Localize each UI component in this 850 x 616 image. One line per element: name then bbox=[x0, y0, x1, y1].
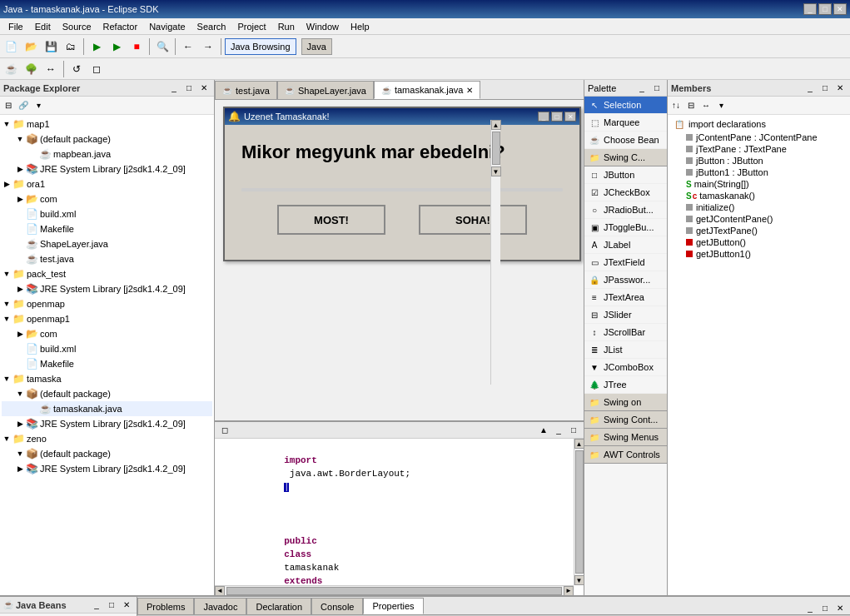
toggle-tamaska[interactable]: ▼ bbox=[2, 374, 12, 384]
tree-item-com[interactable]: ▶ 📂 com bbox=[2, 191, 212, 206]
editor-scroll-up[interactable]: ▲ bbox=[491, 120, 501, 130]
menu-window[interactable]: Window bbox=[301, 20, 344, 33]
code-editor-toggle[interactable]: ◻ bbox=[218, 424, 231, 437]
minimize-button[interactable]: _ bbox=[803, 3, 817, 15]
palette-swingmenus-group[interactable]: 📁 Swing Menus bbox=[584, 429, 667, 446]
scroll-down-arrow[interactable]: ▼ bbox=[574, 575, 584, 585]
tree-item-packtest[interactable]: ▼ 📁 pack_test bbox=[2, 266, 212, 281]
member-tamaskanak-ctor[interactable]: S c tamaskanak() bbox=[669, 190, 848, 201]
members-maximize[interactable]: □ bbox=[818, 82, 832, 95]
member-jbutton[interactable]: jButton : JButton bbox=[669, 155, 848, 166]
toggle-com2[interactable]: ▶ bbox=[15, 329, 25, 339]
back-button[interactable]: ← bbox=[179, 37, 197, 56]
tree-item-tamaska[interactable]: ▼ 📁 tamaska bbox=[2, 371, 212, 386]
palette-jlabel[interactable]: A JLabel bbox=[584, 236, 667, 254]
scroll-left-arrow[interactable]: ◄ bbox=[215, 586, 225, 596]
hierarchy-button[interactable]: 🌳 bbox=[22, 60, 40, 78]
tree-item-openmap1[interactable]: ▼ 📁 openmap1 bbox=[2, 311, 212, 326]
members-expand-btn[interactable]: ↔ bbox=[699, 99, 713, 112]
toggle-jre-zeno[interactable]: ▶ bbox=[15, 464, 25, 474]
member-getjbutton1[interactable]: getJButton1() bbox=[669, 248, 848, 260]
members-menu-btn[interactable]: ▾ bbox=[714, 99, 728, 112]
palette-minimize[interactable]: _ bbox=[635, 82, 649, 95]
palette-jpassword[interactable]: 🔒 JPasswor... bbox=[584, 271, 667, 289]
palette-jcombobox[interactable]: ▼ JComboBox bbox=[584, 359, 667, 376]
collapse-button[interactable]: ◻ bbox=[87, 60, 106, 78]
menu-refactor[interactable]: Refactor bbox=[98, 20, 143, 33]
member-imports[interactable]: 📋 import declarations bbox=[669, 117, 848, 132]
code-editor-maximize[interactable]: □ bbox=[567, 424, 580, 437]
code-vscrollbar[interactable]: ▲ ▼ bbox=[574, 439, 584, 585]
palette-swingon-group[interactable]: 📁 Swing on bbox=[584, 394, 667, 411]
toggle-map1[interactable]: ▼ bbox=[2, 119, 12, 129]
tab-close-tamas[interactable]: ✕ bbox=[466, 86, 473, 95]
explorer-maximize-btn[interactable]: □ bbox=[182, 82, 196, 95]
tree-item-com2[interactable]: ▶ 📂 com bbox=[2, 326, 212, 341]
member-getjbutton[interactable]: getJButton() bbox=[669, 236, 848, 248]
tree-item-zeno[interactable]: ▼ 📁 zeno bbox=[2, 431, 212, 446]
scroll-right-arrow[interactable]: ► bbox=[564, 586, 574, 596]
debug-button[interactable]: ▶ bbox=[107, 37, 126, 56]
scroll-up-arrow[interactable]: ▲ bbox=[574, 439, 584, 449]
tree-item-testjava[interactable]: ▶ ☕ test.java bbox=[2, 251, 212, 266]
bottom-tab-close[interactable]: ✕ bbox=[833, 601, 847, 614]
tab-properties[interactable]: Properties bbox=[363, 598, 423, 614]
tree-item-map1[interactable]: ▼ 📁 map1 bbox=[2, 117, 212, 132]
tree-item-makefile2[interactable]: ▶ 📄 Makefile bbox=[2, 356, 212, 371]
menu-navigate[interactable]: Navigate bbox=[144, 20, 190, 33]
java-beans-close[interactable]: ✕ bbox=[120, 599, 133, 612]
editor-vscrollbar[interactable]: ▲ ▼ bbox=[490, 120, 500, 385]
preview-maximize-btn[interactable]: □ bbox=[551, 112, 563, 122]
tab-shapelayer-java[interactable]: ☕ ShapeLayer.java bbox=[277, 81, 374, 99]
toggle-packtest[interactable]: ▼ bbox=[2, 269, 12, 279]
tab-javadoc[interactable]: Javadoc bbox=[194, 598, 246, 614]
tab-test-java[interactable]: ☕ test.java bbox=[215, 81, 277, 99]
new-java-button[interactable]: ☕ bbox=[2, 60, 20, 78]
save-all-button[interactable]: 🗂 bbox=[62, 37, 80, 56]
menu-help[interactable]: Help bbox=[345, 20, 375, 33]
tree-item-tamaskanak[interactable]: ▶ ☕ tamaskanak.java bbox=[2, 401, 212, 416]
tree-item-default-pkg[interactable]: ▼ 📦 (default package) bbox=[2, 132, 212, 147]
open-button[interactable]: 📂 bbox=[22, 37, 40, 56]
preview-close-btn[interactable]: ✕ bbox=[564, 112, 576, 122]
toggle-zeno[interactable]: ▼ bbox=[2, 434, 12, 444]
bottom-tab-maximize[interactable]: □ bbox=[818, 601, 832, 614]
palette-choose-bean[interactable]: ☕ Choose Bean bbox=[584, 132, 667, 149]
tree-item-default-pkg-zeno[interactable]: ▼ 📦 (default package) bbox=[2, 446, 212, 461]
explorer-minimize-btn[interactable]: _ bbox=[167, 82, 181, 95]
tree-item-mapbean[interactable]: ▶ ☕ mapbean.java bbox=[2, 147, 212, 161]
palette-swingcont-group[interactable]: 📁 Swing Cont... bbox=[584, 411, 667, 429]
close-button[interactable]: ✕ bbox=[833, 3, 847, 15]
bottom-tab-minimize[interactable]: _ bbox=[803, 601, 817, 614]
preview-soha-btn[interactable]: SOHA! bbox=[419, 205, 527, 235]
tab-declaration[interactable]: Declaration bbox=[246, 598, 311, 614]
toggle-openmap[interactable]: ▼ bbox=[2, 299, 12, 309]
toggle-jre-map1[interactable]: ▶ bbox=[15, 164, 25, 174]
explorer-close-btn[interactable]: ✕ bbox=[197, 82, 211, 95]
palette-jcheckbox[interactable]: ☑ JCheckBox bbox=[584, 184, 667, 201]
palette-jtree[interactable]: 🌲 JTree bbox=[584, 376, 667, 394]
palette-jslider[interactable]: ⊟ JSlider bbox=[584, 306, 667, 324]
menu-search[interactable]: Search bbox=[192, 20, 231, 33]
member-getjcontentpane[interactable]: getJContentPane() bbox=[669, 213, 848, 225]
link-editor-btn[interactable]: 🔗 bbox=[17, 99, 30, 112]
toggle-openmap1[interactable]: ▼ bbox=[2, 314, 12, 324]
code-editor-scroll-up[interactable]: ▲ bbox=[537, 424, 550, 437]
java-beans-minimize[interactable]: _ bbox=[90, 599, 103, 612]
members-close[interactable]: ✕ bbox=[833, 82, 847, 95]
menu-source[interactable]: Source bbox=[57, 20, 97, 33]
palette-jtoggle[interactable]: ▣ JToggleBu... bbox=[584, 219, 667, 236]
palette-maximize[interactable]: □ bbox=[650, 82, 664, 95]
tree-item-buildxml2[interactable]: ▶ 📄 build.xml bbox=[2, 341, 212, 356]
menu-file[interactable]: File bbox=[3, 20, 28, 33]
toggle-default-pkg[interactable]: ▼ bbox=[15, 134, 25, 144]
save-button[interactable]: 💾 bbox=[42, 37, 60, 56]
member-jtextpane[interactable]: jTextPane : JTextPane bbox=[669, 143, 848, 155]
search-button[interactable]: 🔍 bbox=[153, 37, 171, 56]
editor-scroll-down[interactable]: ▼ bbox=[491, 166, 501, 176]
toggle-default-tamaska[interactable]: ▼ bbox=[15, 389, 25, 399]
toggle-jre-packtest[interactable]: ▶ bbox=[15, 284, 25, 294]
explorer-menu-btn[interactable]: ▾ bbox=[32, 99, 45, 112]
maximize-button[interactable]: □ bbox=[818, 3, 832, 15]
palette-marquee[interactable]: ⬚ Marquee bbox=[584, 114, 667, 132]
